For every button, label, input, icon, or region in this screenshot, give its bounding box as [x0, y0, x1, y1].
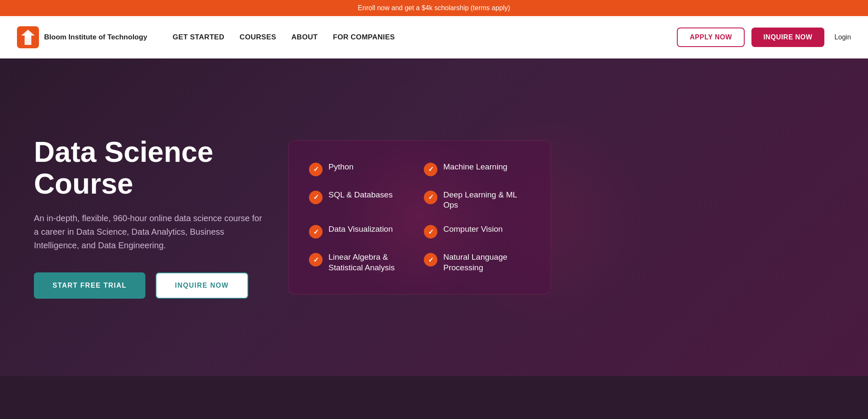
- check-cv-icon: [424, 225, 437, 239]
- start-free-trial-button[interactable]: START FREE TRIAL: [34, 272, 145, 299]
- topic-cv-label: Computer Vision: [443, 224, 503, 235]
- topic-nlp: Natural Language Processing: [424, 252, 530, 273]
- nav-courses[interactable]: COURSES: [239, 33, 276, 42]
- check-ml-icon: [424, 163, 437, 176]
- login-button[interactable]: Login: [835, 33, 851, 41]
- check-viz-icon: [309, 225, 323, 239]
- logo-link[interactable]: Bloom Institute of Technology: [17, 26, 147, 48]
- inquire-now-header-button[interactable]: INQUIRE NOW: [751, 28, 824, 47]
- hero-title: Data Science Course: [34, 136, 263, 200]
- nav-for-companies[interactable]: FOR COMPANIES: [333, 33, 395, 42]
- topic-linear-algebra: Linear Algebra & Statistical Analysis: [309, 252, 415, 273]
- nav-about[interactable]: ABOUT: [292, 33, 318, 42]
- topic-sql: SQL & Databases: [309, 190, 415, 211]
- inquire-now-hero-button[interactable]: INQUIRE NOW: [156, 272, 248, 299]
- topic-viz-label: Data Visualization: [328, 224, 393, 235]
- logo-text: Bloom Institute of Technology: [44, 33, 147, 42]
- apply-now-button[interactable]: APPLY NOW: [677, 28, 745, 47]
- topic-computer-vision: Computer Vision: [424, 224, 530, 239]
- check-sql-icon: [309, 191, 323, 204]
- hero-description: An in-depth, flexible, 960-hour online d…: [34, 211, 263, 252]
- hero-buttons: START FREE TRIAL INQUIRE NOW: [34, 272, 263, 299]
- topic-nlp-label: Natural Language Processing: [443, 252, 530, 273]
- topics-grid: Python Machine Learning SQL & Databases …: [309, 162, 530, 273]
- nav-actions: APPLY NOW INQUIRE NOW Login: [677, 28, 851, 47]
- announcement-bar: Enroll now and get a $4k scholarship (te…: [0, 0, 868, 16]
- topic-data-viz: Data Visualization: [309, 224, 415, 239]
- topic-python: Python: [309, 162, 415, 176]
- logo-icon: [17, 26, 39, 48]
- hero-right: Python Machine Learning SQL & Databases …: [288, 140, 551, 295]
- announcement-text: Enroll now and get a $4k scholarship (te…: [358, 4, 510, 11]
- topic-la-label: Linear Algebra & Statistical Analysis: [328, 252, 415, 273]
- topic-dl-label: Deep Learning & ML Ops: [443, 190, 530, 211]
- check-la-icon: [309, 253, 323, 266]
- topic-sql-label: SQL & Databases: [328, 190, 392, 200]
- topic-python-label: Python: [328, 162, 353, 172]
- header: Bloom Institute of Technology GET STARTE…: [0, 16, 868, 58]
- topic-ml-label: Machine Learning: [443, 162, 507, 172]
- topic-machine-learning: Machine Learning: [424, 162, 530, 176]
- check-nlp-icon: [424, 253, 437, 266]
- nav-get-started[interactable]: GET STARTED: [172, 33, 224, 42]
- check-python-icon: [309, 163, 323, 176]
- nav-links: GET STARTED COURSES ABOUT FOR COMPANIES: [172, 33, 677, 42]
- hero-section: Data Science Course An in-depth, flexibl…: [0, 58, 868, 376]
- check-dl-icon: [424, 191, 437, 204]
- hero-left: Data Science Course An in-depth, flexibl…: [34, 136, 288, 299]
- topics-card: Python Machine Learning SQL & Databases …: [288, 140, 551, 295]
- topic-deep-learning: Deep Learning & ML Ops: [424, 190, 530, 211]
